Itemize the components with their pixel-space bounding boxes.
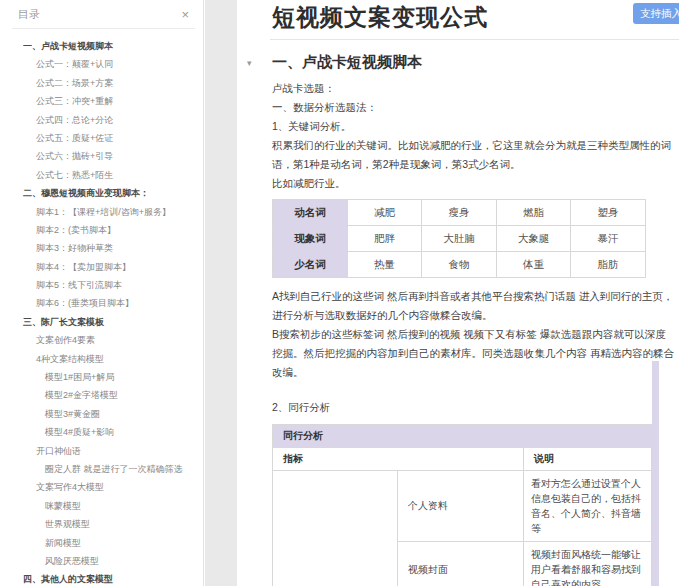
- page-gutter: [205, 0, 237, 586]
- table-cell: 食物: [422, 252, 497, 278]
- toc-item[interactable]: 公式三：冲突+重解: [0, 92, 203, 110]
- table-row: 少名词 热量 食物 体重 脂肪: [273, 252, 646, 278]
- toc-item[interactable]: 公式七：熟悉+陌生: [0, 166, 203, 184]
- table-row: 现象词 肥胖 大肚腩 大象腿 暴汗: [273, 226, 646, 252]
- table-cell: 肥胖: [348, 226, 422, 252]
- table-cell: 热量: [348, 252, 422, 278]
- toc-item[interactable]: 模型3#黄金圈: [0, 405, 203, 423]
- toc-item[interactable]: 开口神仙语: [0, 442, 203, 460]
- table-title-cell: 同行分析: [273, 425, 652, 448]
- table-cell: 暴汗: [571, 226, 646, 252]
- description-cell: 视频封面风格统一能够让用户看着舒服和容易找到自己喜欢的内容: [524, 542, 652, 586]
- toc-item[interactable]: 世界观模型: [0, 515, 203, 533]
- toc-item[interactable]: 一、卢战卡短视频脚本: [0, 37, 203, 55]
- row-header-cell: 动名词: [273, 200, 348, 226]
- table-cell: 减肥: [348, 200, 422, 226]
- collapse-icon[interactable]: ▾: [247, 58, 272, 68]
- close-icon[interactable]: ×: [181, 8, 189, 21]
- row-header-cell: 少名词: [273, 252, 348, 278]
- document-page: 支持插入表 短视频文案变现公式 ▾ 一、卢战卡短视频脚本 卢战卡选题： 一、数据…: [237, 0, 679, 586]
- table-cell: 体重: [497, 252, 571, 278]
- table-cell: 塑身: [571, 200, 646, 226]
- toc-item[interactable]: 公式五：质疑+佐证: [0, 129, 203, 147]
- paragraph: B搜索初步的这些标签词 然后搜到的视频 视频下又有标签 爆款选题跟内容就可以深度…: [272, 325, 674, 382]
- toc-item[interactable]: 公式四：总论+分论: [0, 111, 203, 129]
- indicator-cell: 个人资料: [398, 471, 524, 542]
- table-header-row: 指标 说明: [273, 448, 652, 471]
- table-cell: 大象腿: [497, 226, 571, 252]
- peer-analysis-table: 同行分析 指标 说明 账号分析 个人资料 看对方怎么通过设置个人信息包装自己的，…: [272, 424, 652, 586]
- doc-title-divider: 短视频文案变现公式: [270, 0, 679, 40]
- section-heading-row: ▾ 一、卢战卡短视频脚本: [247, 53, 679, 72]
- toc-item[interactable]: 文案创作4要素: [0, 331, 203, 349]
- sub-heading: 2、同行分析: [272, 398, 674, 417]
- table-cell: 瘦身: [422, 200, 497, 226]
- toc-item[interactable]: 三、陈厂长文案模板: [0, 313, 203, 331]
- paragraph: 比如减肥行业。: [272, 174, 674, 193]
- toc-item[interactable]: 风险厌恶模型: [0, 552, 203, 570]
- table-title-row: 同行分析: [273, 425, 652, 448]
- paragraph: 一、数据分析选题法：: [272, 98, 674, 117]
- column-header-description: 说明: [524, 448, 652, 471]
- description-cell: 看对方怎么通过设置个人信息包装自己的，包括抖音名、个人简介、抖音墙等: [524, 471, 652, 542]
- table-cell: 燃脂: [497, 200, 571, 226]
- toc-item[interactable]: 公式六：抛砖+引导: [0, 147, 203, 165]
- paragraph: 卢战卡选题：: [272, 79, 674, 98]
- paragraph: 1、关键词分析。: [272, 117, 674, 136]
- toc-item[interactable]: 四、其他人的文案模型: [0, 570, 203, 586]
- keyword-table: 动名词 减肥 瘦身 燃脂 塑身 现象词 肥胖 大肚腩 大象腿 暴汗 少名词 热量…: [272, 199, 646, 278]
- toc-title: 目录: [18, 7, 40, 22]
- toc-item[interactable]: 二、穆恩短视频商业变现脚本：: [0, 184, 203, 202]
- toc-item[interactable]: 脚本6：(垂类项目脚本】: [0, 294, 203, 312]
- row-header-cell: 现象词: [273, 226, 348, 252]
- table-cell: 脂肪: [571, 252, 646, 278]
- toc-item[interactable]: 脚本5：线下引流脚本: [0, 276, 203, 294]
- table-row: 账号分析 个人资料 看对方怎么通过设置个人信息包装自己的，包括抖音名、个人简介、…: [273, 471, 652, 542]
- insert-button[interactable]: 支持插入表: [633, 3, 679, 24]
- body-text: 卢战卡选题： 一、数据分析选题法： 1、关键词分析。 积累我们的行业的关键词。比…: [272, 79, 674, 193]
- toc-item[interactable]: 咪蒙模型: [0, 497, 203, 515]
- toc-item[interactable]: 模型4#质疑+影响: [0, 423, 203, 441]
- table-row: 动名词 减肥 瘦身 燃脂 塑身: [273, 200, 646, 226]
- clipped-column-edge: [652, 361, 659, 586]
- toc-item[interactable]: 新闻模型: [0, 534, 203, 552]
- row-group-cell: 账号分析: [273, 471, 398, 586]
- indicator-cell: 视频封面: [398, 542, 524, 586]
- toc-item[interactable]: 4种文案结构模型: [0, 350, 203, 368]
- paragraph: 积累我们的行业的关键词。比如说减肥的行业，它这里就会分为就是三种类型属性的词语，…: [272, 136, 674, 174]
- toc-item[interactable]: 圈定人群 就是进行了一次精确筛选: [0, 460, 203, 478]
- toc-item[interactable]: 脚本2：(卖书脚本】: [0, 221, 203, 239]
- toc-item[interactable]: 文案写作4大模型: [0, 478, 203, 496]
- toc-item[interactable]: 模型1#困局+解局: [0, 368, 203, 386]
- toc-item[interactable]: 脚本4：【卖加盟脚本】: [0, 258, 203, 276]
- toc-item[interactable]: 脚本1：【课程+培训/咨询+服务】: [0, 203, 203, 221]
- toc-sidebar: 目录 × 一、卢战卡短视频脚本公式一：颠覆+认同公式二：场景+方案公式三：冲突+…: [0, 0, 204, 586]
- toc-list: 一、卢战卡短视频脚本公式一：颠覆+认同公式二：场景+方案公式三：冲突+重解公式四…: [0, 37, 203, 586]
- body-text: A找到自己行业的这些词 然后再到抖音或者其他平台搜索热门话题 进入到同行的主页，…: [272, 287, 674, 417]
- toc-item[interactable]: 公式二：场景+方案: [0, 74, 203, 92]
- toc-item[interactable]: 脚本3：好物种草类: [0, 239, 203, 257]
- toc-item[interactable]: 公式一：颠覆+认同: [0, 55, 203, 73]
- column-header-indicator: 指标: [273, 448, 524, 471]
- toc-header: 目录 ×: [12, 0, 195, 29]
- section-heading: 一、卢战卡短视频脚本: [272, 53, 422, 72]
- page-title: 短视频文案变现公式: [272, 4, 488, 30]
- paragraph: A找到自己行业的这些词 然后再到抖音或者其他平台搜索热门话题 进入到同行的主页，…: [272, 287, 674, 325]
- table-cell: 大肚腩: [422, 226, 497, 252]
- toc-item[interactable]: 模型2#金字塔模型: [0, 386, 203, 404]
